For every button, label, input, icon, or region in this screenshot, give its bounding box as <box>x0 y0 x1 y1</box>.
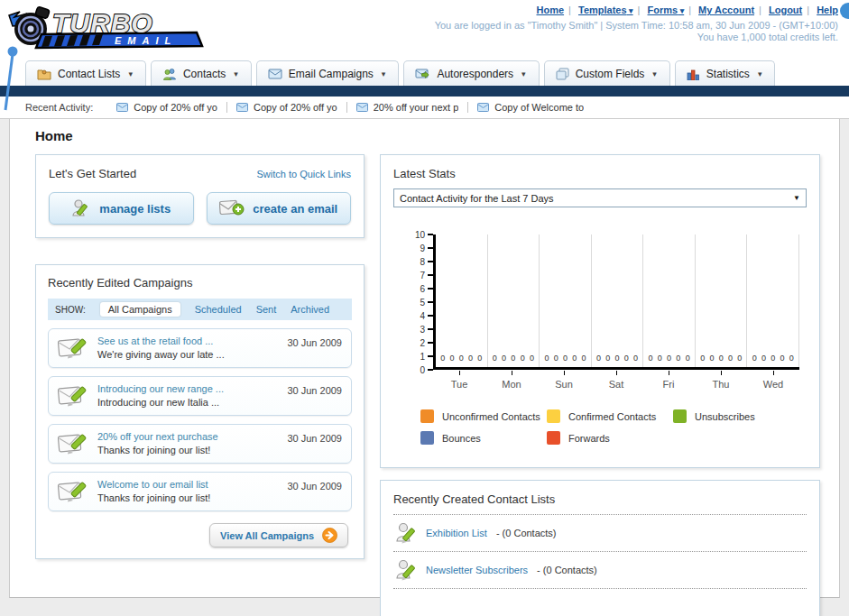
nav-help-link[interactable]: Help <box>817 5 838 15</box>
y-axis-tick: 6 <box>397 283 433 294</box>
main-nav-tabs: Contact Lists Contacts Email Campaigns <box>25 60 775 86</box>
tab-contact-lists[interactable]: Contact Lists <box>25 60 146 86</box>
bar-value-label: 0 <box>563 354 568 363</box>
x-axis-label: Thu <box>695 371 747 391</box>
login-status-text: You are logged in as "Timothy Smith" | S… <box>435 20 838 31</box>
filter-sent[interactable]: Sent <box>256 304 277 315</box>
campaign-filter-bar: SHOW: All Campaigns Scheduled Sent Archi… <box>48 299 352 320</box>
latest-stats-panel: Latest Stats Contact Activity for the La… <box>380 154 820 468</box>
bar-value-label: 0 <box>521 354 525 363</box>
y-axis-tick: 4 <box>397 310 433 321</box>
campaign-title-link[interactable]: 20% off your next purchase <box>97 430 218 444</box>
bar-value-label: 0 <box>468 354 473 363</box>
person-pencil-icon <box>395 558 417 582</box>
select-dropdown-arrow-icon: ▼ <box>793 194 800 202</box>
bar-value-label: 0 <box>771 354 775 363</box>
activity-item[interactable]: Copy of Welcome to <box>468 102 593 113</box>
email-envelope-icon <box>268 69 282 79</box>
tab-label: Statistics <box>706 68 750 80</box>
campaign-envelope-pencil-icon <box>58 432 88 455</box>
credits-text: You have 1,000 total credits left. <box>697 32 838 42</box>
campaign-title-link[interactable]: Introducing our new range ... <box>97 382 224 396</box>
chart-day-group: 00000 <box>436 234 488 367</box>
chart-day-group: 00000 <box>643 234 696 367</box>
campaign-row[interactable]: 20% off your next purchase Thanks for jo… <box>48 424 352 464</box>
bar-value-label: 0 <box>719 354 724 363</box>
envelope-icon <box>116 103 128 112</box>
nav-my-account-link[interactable]: My Account <box>698 5 754 15</box>
nav-forms-link[interactable]: Forms <box>648 5 685 15</box>
recent-activity-bar: Recent Activity: Copy of 20% off yo Copy… <box>0 97 849 119</box>
latest-stats-title: Latest Stats <box>393 167 807 180</box>
bar-value-label: 0 <box>633 354 638 363</box>
legend-item: Forwards <box>547 431 673 445</box>
campaign-envelope-pencil-icon <box>58 480 88 503</box>
contact-list-link[interactable]: Exhibition List <box>426 528 487 538</box>
stats-period-select[interactable]: Contact Activity for the Last 7 Days ▼ <box>393 188 807 207</box>
tab-contacts[interactable]: Contacts <box>151 60 252 86</box>
tab-custom-fields[interactable]: Custom Fields <box>544 60 670 86</box>
nav-home-link[interactable]: Home <box>537 5 565 15</box>
create-email-button[interactable]: create an email <box>207 192 352 225</box>
view-all-campaigns-button[interactable]: View All Campaigns <box>209 523 348 547</box>
tab-autoresponders[interactable]: Autoresponders <box>403 60 539 86</box>
campaign-envelope-pencil-icon <box>58 336 88 360</box>
campaign-row[interactable]: Introducing our new range ... Introducin… <box>48 376 352 416</box>
tab-label: Autoresponders <box>437 68 513 80</box>
bar-value-label: 0 <box>780 354 785 363</box>
filter-archived[interactable]: Archived <box>291 304 329 315</box>
nav-logout-link[interactable]: Logout <box>769 5 802 15</box>
tab-label: Custom Fields <box>576 68 645 80</box>
envelope-icon <box>236 103 248 112</box>
envelope-icon <box>477 103 489 112</box>
bar-value-label: 0 <box>615 354 620 363</box>
contact-list-count: - (0 Contacts) <box>496 528 557 538</box>
statistics-bars-icon <box>687 69 700 80</box>
campaign-row[interactable]: See us at the retail food ... We're givi… <box>48 328 352 368</box>
x-axis-label: Sun <box>538 371 590 391</box>
bar-value-label: 0 <box>700 354 705 363</box>
tab-email-campaigns[interactable]: Email Campaigns <box>256 60 400 86</box>
chart-day-group: 00000 <box>488 234 540 367</box>
person-pencil-icon <box>395 521 417 545</box>
y-axis-tick: 1 <box>397 351 433 362</box>
switch-quick-links-link[interactable]: Switch to Quick Links <box>256 169 351 179</box>
campaign-row[interactable]: Welcome to our email list Thanks for joi… <box>48 472 352 511</box>
help-bubble-icon[interactable] <box>840 3 849 19</box>
legend-item: Confirmed Contacts <box>547 409 673 423</box>
activity-item[interactable]: 20% off your next p <box>347 102 469 113</box>
bar-value-label: 0 <box>477 354 482 363</box>
campaign-title-link[interactable]: See us at the retail food ... <box>97 335 225 348</box>
filter-scheduled[interactable]: Scheduled <box>195 304 242 315</box>
show-label: SHOW: <box>55 305 86 315</box>
y-axis-tick: 5 <box>397 297 433 308</box>
tab-statistics[interactable]: Statistics <box>675 60 776 86</box>
y-axis-tick: 3 <box>397 324 433 335</box>
filter-all-campaigns[interactable]: All Campaigns <box>100 302 180 317</box>
legend-swatch <box>420 409 434 423</box>
contact-list-link[interactable]: Newsletter Subscribers <box>426 565 528 575</box>
y-axis-tick: 7 <box>397 270 433 280</box>
manage-lists-button[interactable]: manage lists <box>49 192 194 225</box>
y-axis-tick: 8 <box>397 256 433 267</box>
bar-value-label: 0 <box>493 354 497 363</box>
campaign-date: 30 Jun 2009 <box>287 334 342 348</box>
nav-templates-link[interactable]: Templates <box>578 5 633 15</box>
recent-contact-lists-panel: Recently Created Contact Lists Exhibitio… <box>380 480 820 616</box>
contact-list-row[interactable]: Exhibition List - (0 Contacts) <box>393 515 807 552</box>
bar-value-label: 0 <box>789 354 794 363</box>
tab-label: Contact Lists <box>58 68 120 80</box>
activity-item[interactable]: Copy of 20% off yo <box>227 102 347 113</box>
bar-value-label: 0 <box>728 354 733 363</box>
contact-list-row[interactable]: Newsletter Subscribers - (0 Contacts) <box>393 552 807 589</box>
campaign-envelope-pencil-icon <box>58 384 88 408</box>
page-title: Home <box>35 128 820 143</box>
logo-antenna-decoration <box>0 41 20 114</box>
bar-value-label: 0 <box>440 354 445 363</box>
recent-campaigns-panel: Recently Edited Campaigns SHOW: All Camp… <box>35 264 365 559</box>
create-email-label: create an email <box>253 202 337 216</box>
campaign-title-link[interactable]: Welcome to our email list <box>97 478 210 492</box>
x-axis-label: Sat <box>590 371 642 391</box>
activity-item[interactable]: Copy of 20% off yo <box>107 102 227 113</box>
y-axis-tick: 9 <box>397 243 433 253</box>
